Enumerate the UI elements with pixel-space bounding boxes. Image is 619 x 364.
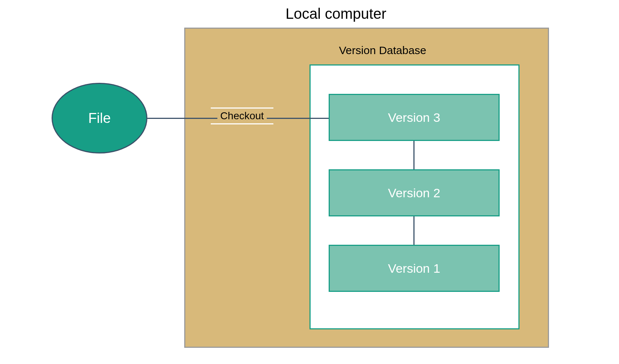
version-1-label: Version 1 [388,261,440,276]
version-3-label: Version 3 [388,110,440,125]
checkout-label-wrap: Checkout [211,107,273,124]
checkout-bottom-bar [211,123,273,124]
version-3-box: Version 3 [329,94,500,141]
version-database-label: Version Database [339,44,426,57]
version-1-box: Version 1 [329,245,500,292]
file-label: File [88,110,111,126]
checkout-top-bar [211,107,273,109]
checkout-label: Checkout [217,110,267,122]
diagram-title: Local computer [286,6,386,22]
version-2-box: Version 2 [329,169,500,216]
file-ellipse: File [52,83,147,153]
connector-v3-v2 [413,141,415,169]
connector-v2-v1 [413,216,415,245]
version-2-label: Version 2 [388,186,440,200]
